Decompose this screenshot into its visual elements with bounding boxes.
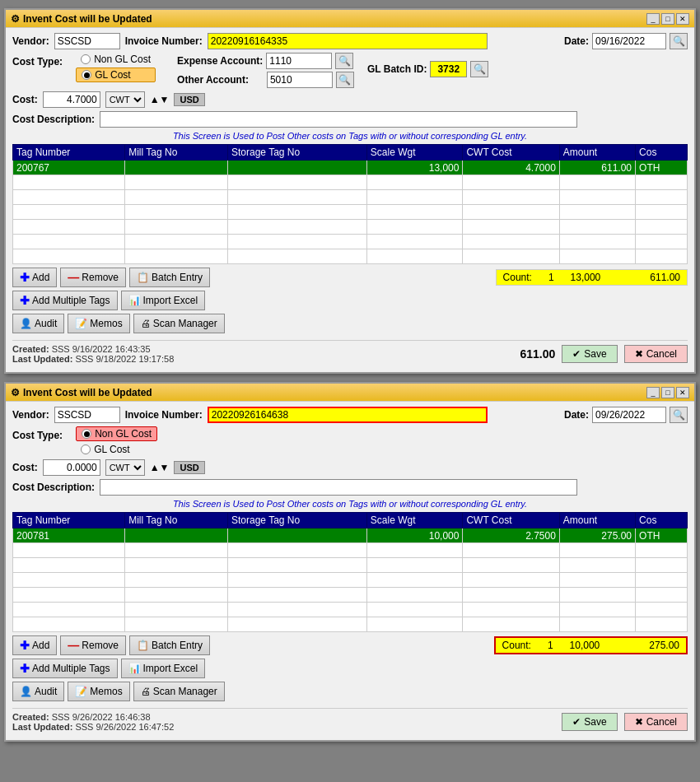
table-row[interactable] xyxy=(13,175,688,190)
batch-entry-btn-2[interactable]: 📋 Batch Entry xyxy=(129,635,210,655)
table-row[interactable] xyxy=(13,235,688,249)
cancel-btn-1[interactable]: ✖ Cancel xyxy=(624,345,688,363)
cost-input-2[interactable] xyxy=(43,459,100,476)
count-label-2: Count: xyxy=(502,640,531,651)
batch-entry-btn-1[interactable]: 📋 Batch Entry xyxy=(129,268,210,287)
gl-batch-search-btn-1[interactable]: 🔍 xyxy=(470,61,488,77)
memos-icon-2: 📝 xyxy=(75,686,87,697)
save-btn-1[interactable]: ✔ Save xyxy=(562,345,617,363)
restore-btn-2[interactable]: □ xyxy=(661,387,674,398)
table-row[interactable] xyxy=(13,190,688,205)
scan-manager-btn-1[interactable]: 🖨 Scan Manager xyxy=(133,314,225,333)
col-amount-2: Amount xyxy=(559,513,635,528)
save-label-1: Save xyxy=(584,348,606,360)
table-row[interactable]: 200767 13,000 4.7000 611.00 OTH xyxy=(13,161,688,175)
cost-desc-input-2[interactable] xyxy=(100,479,577,496)
restore-btn-1[interactable]: □ xyxy=(661,13,674,25)
updated-value-1: SSS 9/18/2022 19:17:58 xyxy=(75,354,174,364)
table-row[interactable] xyxy=(13,558,688,573)
memos-icon-1: 📝 xyxy=(75,318,87,329)
audit-icon-1: 👤 xyxy=(20,318,32,329)
date-label-1: Date: xyxy=(564,35,589,47)
table-row[interactable] xyxy=(13,205,688,220)
remove-label-2: Remove xyxy=(82,640,119,651)
date-input-2[interactable] xyxy=(592,407,666,423)
save-btn-2[interactable]: ✔ Save xyxy=(562,713,617,731)
table-row[interactable] xyxy=(13,617,688,632)
audit-btn-1[interactable]: 👤 Audit xyxy=(12,314,64,333)
add-multiple-icon-2: ✚ xyxy=(20,662,30,675)
window-title-1: Invent Cost will be Updated xyxy=(23,13,152,25)
cost-desc-input-1[interactable] xyxy=(100,111,577,128)
minimize-btn-2[interactable]: _ xyxy=(646,387,660,398)
expense-account-label-1: Expense Account: xyxy=(177,55,263,67)
invoice-input-2[interactable] xyxy=(208,407,488,423)
count-bar-2: Count: 1 10,000 275.00 xyxy=(494,636,688,654)
titlebar-2: ⚙ Invent Cost will be Updated _ □ ✕ xyxy=(6,384,694,402)
audit-label-1: Audit xyxy=(35,318,57,329)
close-btn-1[interactable]: ✕ xyxy=(676,13,689,25)
add-multiple-btn-2[interactable]: ✚ Add Multiple Tags xyxy=(12,659,118,678)
date-search-btn-1[interactable]: 🔍 xyxy=(670,33,688,49)
add-multiple-icon-1: ✚ xyxy=(20,294,30,307)
scan-label-2: Scan Manager xyxy=(153,686,217,697)
cell-scale-wgt: 10,000 xyxy=(366,528,463,543)
memos-btn-2[interactable]: 📝 Memos xyxy=(68,682,129,701)
cell-storage-tag xyxy=(227,161,366,175)
add-label-2: Add xyxy=(32,640,49,651)
close-btn-2[interactable]: ✕ xyxy=(676,387,689,398)
cancel-label-1: Cancel xyxy=(646,348,677,360)
add-btn-1[interactable]: ✚ Add xyxy=(12,268,57,287)
minimize-btn-1[interactable]: _ xyxy=(646,13,660,25)
table-row[interactable] xyxy=(13,249,688,264)
memos-btn-1[interactable]: 📝 Memos xyxy=(68,314,129,333)
remove-btn-1[interactable]: — Remove xyxy=(60,268,126,287)
table-row[interactable] xyxy=(13,220,688,235)
other-search-btn-1[interactable]: 🔍 xyxy=(336,72,354,88)
date-search-btn-2[interactable]: 🔍 xyxy=(670,407,688,423)
excel-icon-1: 📊 xyxy=(128,295,141,306)
invoice-input-1[interactable] xyxy=(208,33,488,49)
remove-btn-2[interactable]: — Remove xyxy=(60,635,126,655)
cancel-btn-2[interactable]: ✖ Cancel xyxy=(624,713,688,731)
gl-cost-radio-1[interactable]: GL Cost xyxy=(76,67,156,82)
count-label-1: Count: xyxy=(503,272,532,283)
date-input-1[interactable] xyxy=(592,33,666,49)
expense-account-input-1[interactable] xyxy=(266,53,332,69)
import-excel-btn-2[interactable]: 📊 Import Excel xyxy=(121,659,206,678)
expense-search-btn-1[interactable]: 🔍 xyxy=(335,53,353,69)
invoice-label-2: Invoice Number: xyxy=(125,409,203,421)
add-btn-2[interactable]: ✚ Add xyxy=(12,635,57,655)
col-scale-wgt-1: Scale Wgt xyxy=(366,145,463,161)
gl-cost-radio-2[interactable]: GL Cost xyxy=(76,443,157,456)
cost-desc-label-1: Cost Description: xyxy=(12,114,95,125)
cost-unit-select-1[interactable]: CWT LB TON xyxy=(105,91,145,108)
cost-type-group-1: Non GL Cost GL Cost xyxy=(76,53,156,82)
add-multiple-label-2: Add Multiple Tags xyxy=(32,663,110,674)
non-gl-radio-1[interactable]: Non GL Cost xyxy=(76,53,156,66)
gl-batch-value-1: 3732 xyxy=(430,61,467,77)
col-storage-tag-2: Storage Tag No xyxy=(227,513,366,528)
table-row[interactable] xyxy=(13,588,688,603)
table-row[interactable]: 200781 10,000 2.7500 275.00 OTH xyxy=(13,528,688,543)
save-label-2: Save xyxy=(584,716,606,728)
cost-input-1[interactable] xyxy=(43,91,100,108)
table-row[interactable] xyxy=(13,543,688,558)
audit-btn-2[interactable]: 👤 Audit xyxy=(12,682,64,701)
scan-manager-btn-2[interactable]: 🖨 Scan Manager xyxy=(133,682,225,701)
add-multiple-btn-1[interactable]: ✚ Add Multiple Tags xyxy=(12,291,118,310)
table-row[interactable] xyxy=(13,603,688,617)
col-tag-number-2: Tag Number xyxy=(13,513,125,528)
non-gl-radio-2[interactable]: Non GL Cost xyxy=(76,426,157,441)
cell-amount: 611.00 xyxy=(559,161,635,175)
import-excel-btn-1[interactable]: 📊 Import Excel xyxy=(121,291,206,310)
scan-icon-1: 🖨 xyxy=(141,318,151,329)
other-account-label-1: Other Account: xyxy=(177,74,249,86)
other-account-input-1[interactable] xyxy=(267,72,333,88)
cost-unit-select-2[interactable]: CWT LB TON xyxy=(105,459,145,476)
vendor-input-1[interactable] xyxy=(54,33,120,49)
vendor-input-2[interactable] xyxy=(54,407,120,423)
table-row[interactable] xyxy=(13,573,688,588)
currency-badge-1: USD xyxy=(174,93,204,106)
window-2: ⚙ Invent Cost will be Updated _ □ ✕ Vend… xyxy=(4,382,696,742)
